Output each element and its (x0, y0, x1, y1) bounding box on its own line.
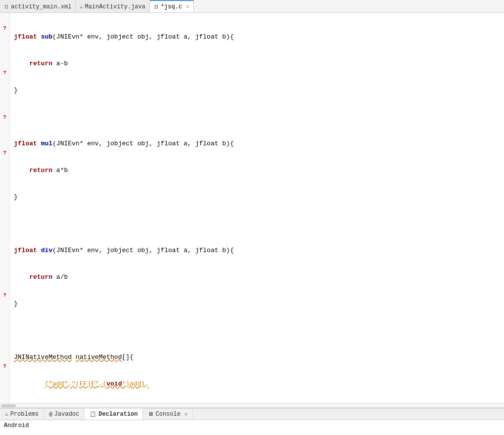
gutter-marker-26 (0, 237, 9, 246)
gutter-marker-7: ? (0, 68, 9, 77)
gutter-marker-40: ? (0, 362, 9, 371)
code-line-7: } (14, 193, 500, 202)
gutter-marker-31 (0, 282, 9, 291)
tab-label-mainactivity: MainActivity.java (85, 3, 145, 10)
code-line-5: jfloat mul(JNIEvn* env, jobject obj, jfl… (14, 139, 500, 148)
gutter-marker-18 (0, 166, 9, 175)
console-tab[interactable]: 🖥 Console ✕ (143, 408, 192, 420)
problems-tab[interactable]: ⚠ Problems (0, 408, 44, 420)
line-gutter: ? ? ? ? ? ? (0, 13, 10, 403)
gutter-marker-13 (0, 122, 9, 130)
problems-label: Problems (10, 411, 39, 418)
console-label: Console (155, 411, 180, 418)
gutter-marker-24 (0, 219, 9, 228)
gutter-marker-15 (0, 139, 9, 148)
gutter-marker-17 (0, 157, 9, 166)
code-line-13: JNINativeMethod nativeMethod[]{ (14, 353, 500, 362)
horizontal-scrollbar[interactable] (0, 403, 504, 408)
gutter-marker-35 (0, 317, 9, 326)
code-line-8 (14, 219, 500, 228)
console-close-icon[interactable]: ✕ (184, 411, 187, 417)
gutter-marker-1 (0, 15, 9, 24)
javadoc-label: Javadoc (54, 411, 79, 418)
java-file-icon: ☕ (80, 4, 83, 10)
gutter-marker-23 (0, 211, 9, 219)
code-line-4 (14, 113, 500, 122)
tab-label-jsq: *jsq.c (161, 3, 182, 10)
gutter-marker-25 (0, 228, 9, 237)
gutter-marker-6 (0, 59, 9, 68)
xml-file-icon: 🗋 (4, 4, 9, 10)
gutter-marker-34 (0, 308, 9, 317)
gutter-marker-4 (0, 42, 9, 50)
gutter-marker-9 (0, 86, 9, 95)
code-line-14: {"add","(FF)F",(void*)add}, (14, 380, 500, 389)
declaration-label: Declaration (98, 411, 137, 418)
tab-activity-main-xml[interactable]: 🗋 activity_main.xml (0, 0, 76, 12)
gutter-marker-32: ? (0, 291, 9, 300)
gutter-marker-10 (0, 95, 9, 104)
javadoc-icon: @ (49, 411, 52, 417)
declaration-tab[interactable]: 📋 Declaration (85, 408, 143, 420)
gutter-marker-30 (0, 273, 9, 282)
gutter-marker-41 (0, 371, 9, 380)
c-file-icon: 🗋 (154, 4, 159, 10)
gutter-marker-33 (0, 300, 9, 308)
editor-area: ? ? ? ? ? ? (0, 13, 504, 403)
tab-close-icon[interactable]: ✕ (186, 3, 189, 10)
console-icon: 🖥 (148, 411, 153, 417)
gutter-marker-16: ? (0, 148, 9, 157)
gutter-marker-20 (0, 184, 9, 193)
gutter-marker-8 (0, 77, 9, 86)
gutter-marker-19 (0, 175, 9, 184)
gutter-marker-12: ? (0, 113, 9, 122)
code-line-2: return a-b (14, 59, 500, 68)
bottom-content: Android (0, 420, 504, 435)
code-line-3: } (14, 86, 500, 95)
gutter-marker-22 (0, 202, 9, 211)
scroll-thumb[interactable] (1, 404, 16, 407)
tab-mainactivity-java[interactable]: ☕ MainActivity.java (76, 0, 149, 12)
code-line-9: jfloat div(JNIEvn* env, jobject obj, jfl… (14, 246, 500, 255)
bottom-panel: ⚠ Problems @ Javadoc 📋 Declaration 🖥 Con… (0, 408, 504, 435)
code-editor[interactable]: jfloat sub(JNIEvn* env, jobject obj, jfl… (10, 13, 504, 403)
tab-jsq-c[interactable]: 🗋 *jsq.c ✕ (150, 0, 194, 12)
gutter-marker-14 (0, 130, 9, 139)
gutter-marker-36 (0, 326, 9, 335)
gutter-marker-3 (0, 33, 9, 42)
gutter-marker-2: ? (0, 24, 9, 33)
gutter-marker-28 (0, 255, 9, 264)
gutter-marker-29 (0, 264, 9, 273)
code-line-1: jfloat sub(JNIEvn* env, jobject obj, jfl… (14, 33, 500, 42)
code-line-12 (14, 326, 500, 335)
gutter-marker-11 (0, 104, 9, 113)
gutter-marker-38 (0, 344, 9, 353)
gutter-marker-21 (0, 193, 9, 202)
gutter-marker-5 (0, 50, 9, 59)
bottom-status: Android (4, 422, 29, 429)
gutter-marker-37 (0, 335, 9, 344)
bottom-tab-bar: ⚠ Problems @ Javadoc 📋 Declaration 🖥 Con… (0, 408, 504, 420)
tab-label-activity-main: activity_main.xml (11, 3, 71, 10)
gutter-marker-39 (0, 353, 9, 362)
code-line-10: return a/b (14, 273, 500, 282)
gutter-marker-27 (0, 246, 9, 255)
code-line-11: } (14, 300, 500, 308)
javadoc-tab[interactable]: @ Javadoc (44, 408, 85, 420)
problems-icon: ⚠ (5, 411, 8, 417)
tab-bar: 🗋 activity_main.xml ☕ MainActivity.java … (0, 0, 504, 13)
declaration-icon: 📋 (90, 411, 96, 417)
code-line-6: return a*b (14, 166, 500, 175)
